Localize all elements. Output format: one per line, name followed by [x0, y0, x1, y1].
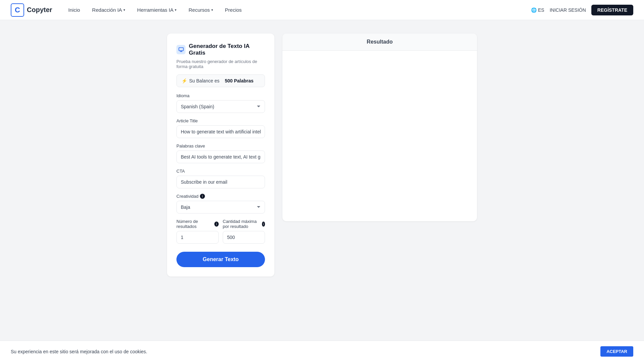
accept-cookies-button[interactable]: ACEPTAR	[600, 346, 633, 357]
results-col: Número de resultados i	[176, 219, 219, 244]
article-title-group: Article Title	[176, 118, 265, 138]
cookie-banner: Su experiencia en este sitio será mejora…	[0, 341, 644, 362]
creativity-select[interactable]: Baja Media Alta	[176, 201, 265, 214]
results-label: Número de resultados i	[176, 219, 219, 229]
keywords-group: Palabras clave	[176, 143, 265, 163]
balance-amount: 500 Palabras	[225, 78, 254, 83]
nav-links: Inicio Redacción IA ▾ Herramientas IA ▾ …	[68, 7, 531, 13]
balance-prefix: Su Balance es	[189, 78, 219, 83]
results-row: Número de resultados i Cantidad máxima p…	[176, 219, 265, 244]
chevron-down-icon: ▾	[123, 8, 125, 12]
nav-right: 🌐 ES INICIAR SESIÓN REGÍSTRATE	[531, 5, 633, 15]
generate-button[interactable]: Generar Texto	[176, 252, 265, 267]
nav-inicio[interactable]: Inicio	[68, 7, 80, 13]
globe-icon: 🌐	[531, 7, 537, 13]
creativity-info-icon[interactable]: i	[200, 194, 205, 199]
main-content: Generador de Texto IA Gratis Prueba nues…	[0, 20, 644, 335]
panel-subtitle: Prueba nuestro generador de artículos de…	[176, 59, 265, 69]
cta-input[interactable]	[176, 176, 265, 188]
cookie-text: Su experiencia en este sitio será mejora…	[11, 349, 592, 354]
chevron-down-icon: ▾	[211, 8, 213, 12]
balance-box: ⚡ Su Balance es 500 Palabras	[176, 74, 265, 87]
lang-label: ES	[538, 7, 544, 13]
cta-group: CTA	[176, 169, 265, 188]
max-result-label: Cantidad máxima por resultado i	[223, 219, 265, 229]
nav-precios[interactable]: Precios	[225, 7, 242, 13]
language-label: Idioma	[176, 93, 265, 98]
keywords-input[interactable]	[176, 150, 265, 163]
signin-button[interactable]: INICIAR SESIÓN	[550, 7, 586, 13]
article-title-input[interactable]	[176, 125, 265, 138]
panel-header: Generador de Texto IA Gratis	[176, 43, 265, 56]
nav-redaccion[interactable]: Redacción IA ▾	[92, 7, 125, 13]
language-selector[interactable]: 🌐 ES	[531, 7, 544, 13]
max-result-input[interactable]	[223, 231, 265, 244]
chevron-down-icon: ▾	[175, 8, 176, 12]
brand-name: Copyter	[27, 6, 52, 14]
bolt-icon: ⚡	[181, 78, 187, 83]
logo-box: C	[11, 3, 24, 17]
results-info-icon[interactable]: i	[214, 222, 219, 227]
creativity-label: Creatividad i	[176, 194, 265, 199]
panel-title: Generador de Texto IA Gratis	[189, 43, 265, 56]
keywords-label: Palabras clave	[176, 143, 265, 148]
panel-icon	[176, 45, 185, 54]
register-button[interactable]: REGÍSTRATE	[591, 5, 633, 15]
result-header: Resultado	[282, 34, 477, 51]
creativity-group: Creatividad i Baja Media Alta	[176, 194, 265, 214]
svg-rect-0	[179, 48, 183, 51]
result-body	[282, 51, 477, 212]
language-select[interactable]: Spanish (Spain) English (US) French Germ…	[176, 100, 265, 113]
nav-recursos[interactable]: Recursos ▾	[189, 7, 213, 13]
logo-area[interactable]: C Copyter	[11, 3, 52, 17]
navbar: C Copyter Inicio Redacción IA ▾ Herramie…	[0, 0, 644, 20]
language-group: Idioma Spanish (Spain) English (US) Fren…	[176, 93, 265, 113]
max-result-col: Cantidad máxima por resultado i	[223, 219, 265, 244]
results-input[interactable]	[176, 231, 219, 244]
left-panel: Generador de Texto IA Gratis Prueba nues…	[167, 34, 274, 277]
nav-herramientas[interactable]: Herramientas IA ▾	[137, 7, 176, 13]
right-panel: Resultado	[282, 34, 477, 221]
cta-label: CTA	[176, 169, 265, 174]
max-result-info-icon[interactable]: i	[262, 222, 265, 227]
article-title-label: Article Title	[176, 118, 265, 123]
